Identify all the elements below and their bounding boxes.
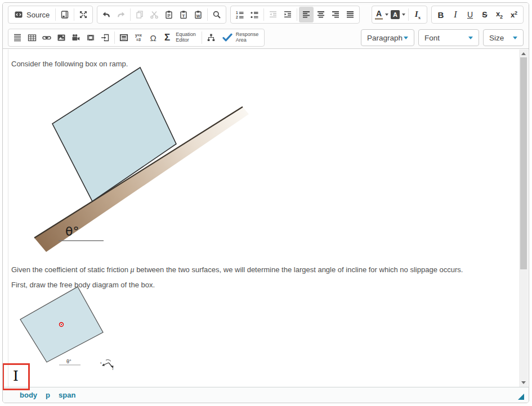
bulleted-list-icon [250,10,259,19]
scroll-down-icon [521,381,526,384]
box-on-ramp-image[interactable]: θ° [32,62,252,256]
svg-text:2: 2 [236,15,238,19]
find-button[interactable] [209,7,224,22]
chevron-down-icon [468,37,473,39]
toolbar-separator [130,8,131,21]
table-button[interactable] [25,30,39,46]
subscript-icon: x2 [496,10,503,20]
cut-icon [150,10,159,19]
media-button[interactable] [69,30,83,46]
decrease-indent-icon [269,10,278,19]
bold-button[interactable]: B [433,7,448,22]
free-body-diagram-image[interactable]: θ° x y [17,285,124,370]
check-icon [222,33,233,42]
source-button[interactable]: Source [10,7,53,22]
video-button[interactable] [83,30,98,46]
numbered-list-button[interactable]: 12 [233,7,247,22]
undo-icon [102,10,111,19]
remove-format-button[interactable]: Ix [410,7,425,22]
toolbar-separator [263,8,264,21]
sitemap-button[interactable] [204,30,218,46]
special-character-button[interactable]: Ω [146,30,160,46]
equation-editor-button[interactable]: Σ EquationEditor [160,30,200,46]
svg-text:W: W [196,14,200,18]
toolbar-row2-left: y=x=3 Ω Σ EquationEditor Re [8,29,265,47]
editor-toolbar: Source [3,3,529,49]
toolbar-row1-right: A A Ix B I U S x [372,6,524,24]
omega-icon: Ω [150,33,156,43]
text-color-icon: A [375,10,383,20]
align-right-button[interactable] [328,7,343,22]
editor-content[interactable]: Consider the following box on ramp. θ° G… [3,49,529,387]
superscript-button[interactable]: x2 [507,7,521,22]
scroll-down-button[interactable] [519,378,528,387]
paragraph-format-value: Paragraph [367,34,403,42]
underline-button[interactable]: U [463,7,477,22]
toolbar-separator [55,8,56,21]
embed-button[interactable] [98,30,113,46]
scroll-up-button[interactable] [519,49,528,58]
text-color-button[interactable]: A [374,7,390,22]
paragraph-format-dropdown[interactable]: Paragraph [361,29,414,46]
increase-indent-button[interactable] [280,7,295,22]
toolbar-separator [74,8,74,21]
editor-paragraph-2[interactable]: Given the coefficient of static friction… [11,265,463,274]
font-dropdown[interactable]: Font [418,29,479,46]
scrollbar-thumb[interactable] [520,57,527,269]
templates-button[interactable] [57,7,72,22]
toolbar-separator [297,8,297,21]
undo-button[interactable] [99,7,114,22]
toolbar-separator [408,8,409,21]
paragraph-2-text: Given the coefficient of static friction [11,265,130,274]
align-left-icon [302,10,311,19]
path-item-p[interactable]: p [46,391,50,399]
link-icon [42,33,51,42]
decrease-indent-button[interactable] [266,7,280,22]
path-item-body[interactable]: body [20,391,37,399]
paste-button[interactable] [162,7,176,22]
media-icon [71,33,81,42]
bulleted-list-button[interactable] [247,7,262,22]
align-left-button[interactable] [299,7,314,22]
line-spacing-button[interactable] [10,30,25,46]
paste-from-word-button[interactable]: W [191,7,205,22]
italic-icon: I [454,10,457,20]
vertical-scrollbar[interactable] [519,49,528,387]
size-dropdown[interactable]: Size [483,29,524,46]
center-of-mass-dot-core [61,324,62,325]
size-value: Size [489,34,504,42]
math-button[interactable]: y=x=3 [131,30,146,46]
increase-indent-icon [283,10,292,19]
equation-editor-label: EquationEditor [176,32,196,43]
sigma-icon: Σ [164,32,170,43]
background-color-button[interactable]: A [390,7,406,22]
copy-icon [135,10,144,19]
maximize-button[interactable] [76,7,91,22]
italic-button[interactable]: I [448,7,463,22]
svg-text:y: y [112,367,114,370]
link-button[interactable] [39,30,54,46]
path-item-span[interactable]: span [59,391,75,399]
redo-button[interactable] [114,7,128,22]
subscript-button[interactable]: x2 [492,7,507,22]
cut-button[interactable] [147,7,162,22]
svg-text:T: T [182,13,185,19]
justify-button[interactable] [343,7,357,22]
paste-icon [164,10,173,19]
fbd-angle-label: θ° [66,359,71,364]
strikethrough-button[interactable]: S [477,7,492,22]
justify-icon [346,10,355,19]
resize-handle[interactable] [518,394,524,400]
paste-plain-text-button[interactable]: T [176,7,191,22]
align-center-button[interactable] [314,7,328,22]
paste-from-word-icon: W [194,10,203,19]
toolbar-separator [202,31,202,44]
remove-format-icon: Ix [415,10,421,20]
image-button[interactable] [54,30,69,46]
content-left-guide [8,49,8,387]
response-area-button[interactable]: ResponseArea [218,30,263,46]
source-icon [14,10,23,19]
iframe-button[interactable] [117,30,131,46]
svg-text:x: x [100,361,102,364]
copy-button[interactable] [132,7,147,22]
